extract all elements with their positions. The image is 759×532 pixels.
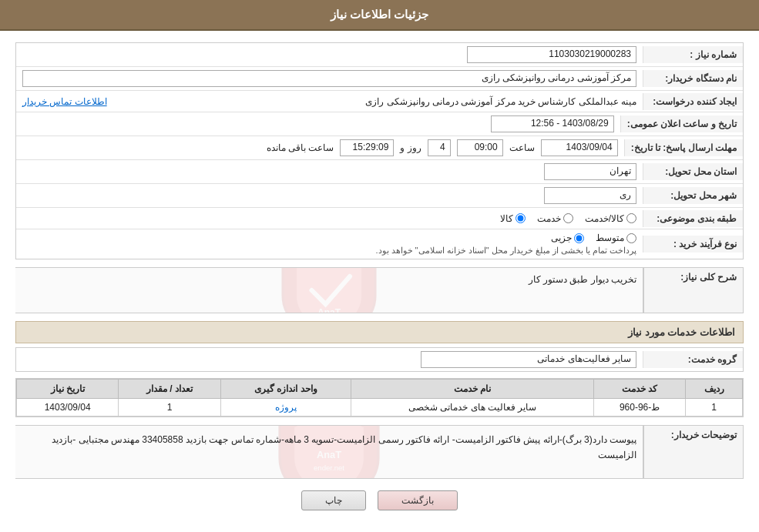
contact-link[interactable]: اطلاعات تماس خریدار — [22, 96, 107, 107]
back-button[interactable]: بازگشت — [378, 490, 458, 510]
button-group: بازگشت چاپ — [15, 490, 744, 510]
creator-value-cell: مینه عبدالملکی کارشناس خرید مرکز آموزشی … — [16, 93, 643, 110]
subject-label: طبقه بندی موضوعی: — [643, 210, 743, 227]
buyer-org-value-cell: مرکز آموزشی درمانی روانپزشکی رازی — [16, 67, 643, 90]
main-info-section: شماره نیاز : 1103030219000283 نام دستگاه… — [15, 42, 744, 259]
deadline-remain: 15:29:09 — [340, 139, 394, 156]
cell-name: سایر فعالیت های خدماتی شخصی — [351, 399, 594, 417]
need-number-value-cell: 1103030219000283 — [16, 43, 643, 66]
need-description-value: تخریب دیوار طبق دستور کار — [15, 268, 643, 291]
col-date: تاریخ نیاز — [17, 380, 119, 399]
services-table: ردیف کد خدمت نام خدمت واحد اندازه گیری ت… — [16, 379, 743, 417]
need-number-row: شماره نیاز : 1103030219000283 — [16, 43, 743, 67]
province-value: تهران — [544, 163, 636, 180]
creator-value: مینه عبدالملکی کارشناس خرید مرکز آموزشی … — [365, 96, 636, 107]
cell-qty: 1 — [119, 399, 220, 417]
city-value: ری — [544, 187, 636, 204]
need-number-value: 1103030219000283 — [467, 46, 636, 63]
need-number-label: شماره نیاز : — [643, 46, 743, 63]
purchase-type-row: نوع فرآیند خرید : متوسط جزیی پرداخت تمام… — [16, 229, 743, 259]
city-value-cell: ری — [16, 184, 643, 207]
page-title: جزئیات اطلاعات نیاز — [0, 0, 759, 31]
need-description-section: شرح کلی نیاز: AnaT تخریب دیوار طبق دستور… — [15, 267, 744, 313]
col-qty: تعداد / مقدار — [119, 380, 220, 399]
city-label: شهر محل تحویل: — [643, 187, 743, 204]
purchase-type-cell: متوسط جزیی پرداخت تمام یا بخشی از مبلغ خ… — [16, 229, 643, 259]
deadline-label: مهلت ارسال پاسخ: تا تاریخ: — [624, 139, 743, 156]
col-code: کد خدمت — [593, 380, 685, 399]
creator-row: ایجاد کننده درخواست: مینه عبدالملکی کارش… — [16, 91, 743, 112]
cell-unit: پروژه — [220, 399, 351, 417]
buyer-org-value: مرکز آموزشی درمانی روانپزشکی رازی — [22, 70, 636, 87]
service-group-row: گروه خدمت: سایر فعالیت‌های خدماتی — [15, 347, 744, 372]
services-section-title: اطلاعات خدمات مورد نیاز — [15, 321, 744, 343]
province-value-cell: تهران — [16, 160, 643, 183]
need-description-container: AnaT تخریب دیوار طبق دستور کار — [15, 267, 643, 313]
creator-label: ایجاد کننده درخواست: — [643, 93, 743, 110]
print-button[interactable]: چاپ — [301, 490, 366, 510]
purchase-note: پرداخت تمام یا بخشی از مبلغ خریدار محل "… — [375, 246, 636, 256]
purchase-option-jozi[interactable]: جزیی — [551, 233, 584, 243]
announce-date-value: 1403/08/29 - 12:56 — [491, 115, 614, 132]
service-group-value: سایر فعالیت‌های خدماتی — [421, 351, 636, 368]
buyer-comments-section: توضیحات خریدار: AnaT ender.net پیوست دار… — [15, 425, 744, 479]
city-row: شهر محل تحویل: ری — [16, 184, 743, 208]
province-row: استان محل تحویل: تهران — [16, 160, 743, 184]
buyer-comments-label: توضیحات خریدار: — [643, 425, 744, 479]
deadline-time: 09:00 — [457, 139, 503, 156]
deadline-time-label: ساعت — [509, 142, 535, 153]
service-group-label: گروه خدمت: — [643, 351, 743, 368]
svg-text:AnaT: AnaT — [317, 307, 341, 313]
services-table-section: ردیف کد خدمت نام خدمت واحد اندازه گیری ت… — [15, 378, 744, 417]
subject-option-kala[interactable]: کالا — [500, 213, 526, 224]
deadline-remain-label: ساعت باقی مانده — [267, 142, 334, 153]
cell-row-num: 1 — [686, 399, 743, 417]
subject-option-kala-khedmat[interactable]: کالا/خدمت — [585, 213, 636, 224]
subject-option-khedmat[interactable]: خدمت — [537, 213, 573, 224]
buyer-comments-value: پیوست دارد(3 برگ)-ارائه پیش فاکتور الزام… — [15, 426, 643, 470]
service-group-value-cell: سایر فعالیت‌های خدماتی — [16, 348, 643, 371]
buyer-org-label: نام دستگاه خریدار: — [643, 70, 743, 87]
buyer-org-row: نام دستگاه خریدار: مرکز آموزشی درمانی رو… — [16, 67, 743, 91]
announce-date-cell: 1403/08/29 - 12:56 — [16, 112, 620, 136]
dates-row: تاریخ و ساعت اعلان عمومی: 1403/08/29 - 1… — [16, 112, 743, 136]
col-row-num: ردیف — [686, 380, 743, 399]
deadline-cell: 1403/09/04 ساعت 09:00 4 روز و 15:29:09 س… — [16, 136, 624, 159]
subject-row: طبقه بندی موضوعی: کالا/خدمت خدمت کالا — [16, 208, 743, 229]
announce-date-label: تاریخ و ساعت اعلان عمومی: — [620, 115, 743, 132]
purchase-option-mutavaset[interactable]: متوسط — [596, 233, 636, 243]
deadline-date: 1403/09/04 — [541, 139, 618, 156]
need-description-label: شرح کلی نیاز: — [643, 267, 744, 313]
subject-value-cell: کالا/خدمت خدمت کالا — [16, 210, 643, 227]
table-row: 1 ط-96-960 سایر فعالیت های خدماتی شخصی پ… — [17, 399, 743, 417]
cell-date: 1403/09/04 — [17, 399, 119, 417]
buyer-comments-container: AnaT ender.net پیوست دارد(3 برگ)-ارائه پ… — [15, 425, 643, 479]
province-label: استان محل تحویل: — [643, 163, 743, 180]
table-header-row: ردیف کد خدمت نام خدمت واحد اندازه گیری ت… — [17, 380, 743, 399]
col-name: نام خدمت — [351, 380, 594, 399]
purchase-type-label: نوع فرآیند خرید : — [643, 236, 743, 253]
cell-code: ط-96-960 — [593, 399, 685, 417]
deadline-days: 4 — [428, 139, 451, 156]
col-unit: واحد اندازه گیری — [220, 380, 351, 399]
deadline-row: مهلت ارسال پاسخ: تا تاریخ: 1403/09/04 سا… — [16, 136, 743, 160]
deadline-days-label: روز و — [400, 142, 421, 153]
